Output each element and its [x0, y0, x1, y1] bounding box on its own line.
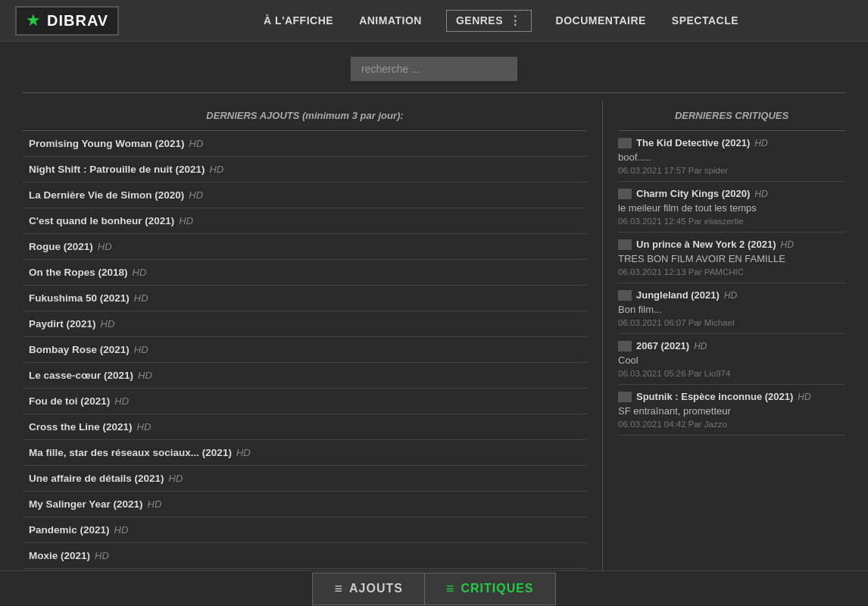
critique-hd-badge: HD [724, 290, 737, 301]
movie-title: Une affaire de détails (2021) [29, 473, 164, 484]
critique-meta: 06.03.2021 06:07 Par Michael [618, 318, 845, 327]
critique-film-title[interactable]: Charm City Kings (2020) [636, 188, 750, 199]
list-item[interactable]: Cross the Line (2021)HD [23, 414, 587, 440]
movie-title: Fukushima 50 (2021) [29, 292, 130, 304]
movie-hd-badge: HD [189, 138, 204, 149]
critique-meta: 06.03.2021 04:42 Par Jazzo [618, 420, 845, 429]
critiques-label: CRITIQUES [461, 582, 533, 595]
critiques-button[interactable]: ≡ CRITIQUES [424, 573, 556, 605]
list-item[interactable]: Le casse-cœur (2021)HD [23, 363, 587, 389]
critique-thumbnail [618, 341, 632, 351]
list-item[interactable]: Rogue (2021)HD [23, 234, 587, 260]
critique-title-row: Charm City Kings (2020) HD [618, 188, 845, 199]
ajouts-button[interactable]: ≡ AJOUTS [312, 573, 424, 605]
list-item[interactable]: Pandemic (2021)HD [23, 517, 587, 543]
critique-comment: SF entraînant, prometteur [618, 405, 845, 417]
list-item[interactable]: Moxie (2021)HD [23, 543, 587, 569]
movie-title: Fou de toi (2021) [29, 395, 110, 407]
movie-title: C'est quand le bonheur (2021) [29, 215, 174, 226]
critique-item: Charm City Kings (2020) HD le meileur fi… [618, 182, 845, 233]
movie-hd-badge: HD [133, 267, 147, 278]
list-item[interactable]: Paydirt (2021)HD [23, 311, 587, 337]
list-icon-critiques: ≡ [446, 581, 455, 597]
critique-thumbnail [618, 392, 632, 402]
critique-meta: 06.03.2021 05:26 Par Lio974 [618, 369, 845, 378]
critique-hd-badge: HD [754, 189, 767, 199]
critique-hd-badge: HD [694, 341, 707, 351]
right-column-header: DERNIERES CRITIQUES [618, 101, 845, 131]
movie-hd-badge: HD [95, 550, 109, 561]
list-item[interactable]: C'est quand le bonheur (2021)HD [23, 208, 587, 234]
search-input[interactable] [351, 57, 517, 81]
left-column: DERNIERS AJOUTS (minimum 3 par jour): Pr… [23, 101, 603, 595]
movie-hd-badge: HD [137, 421, 151, 433]
critique-thumbnail [618, 239, 632, 250]
list-item[interactable]: Fou de toi (2021)HD [23, 389, 587, 414]
main-content: DERNIERS AJOUTS (minimum 3 par jour): Pr… [0, 101, 868, 595]
list-item[interactable]: Bombay Rose (2021)HD [23, 337, 587, 363]
nav: À L'AFFICHE ANIMATION GENRES ⋮ DOCUMENTA… [149, 10, 853, 32]
movie-hd-badge: HD [236, 447, 251, 458]
search-bar [0, 42, 868, 92]
critique-hd-badge: HD [798, 392, 810, 402]
movies-list: Promising Young Woman (2021)HDNight Shif… [23, 131, 587, 595]
movie-hd-badge: HD [134, 344, 148, 355]
movie-title: Bombay Rose (2021) [29, 344, 130, 355]
critique-title-row: Un prince à New York 2 (2021) HD [618, 239, 845, 250]
critique-item: Sputnik : Espèce inconnue (2021) HD SF e… [618, 385, 845, 436]
movie-title: Le casse-cœur (2021) [29, 370, 133, 381]
nav-affiche[interactable]: À L'AFFICHE [262, 11, 335, 30]
bottom-bar: ≡ AJOUTS ≡ CRITIQUES [0, 570, 868, 606]
nav-animation[interactable]: ANIMATION [358, 11, 423, 30]
critiques-list: The Kid Detective (2021) HD boof..... 06… [618, 131, 845, 436]
critique-item: Un prince à New York 2 (2021) HD TRES BO… [618, 233, 845, 283]
movie-title: Moxie (2021) [29, 550, 90, 561]
movie-title: Paydirt (2021) [29, 318, 96, 330]
header: ★ DIBRAV À L'AFFICHE ANIMATION GENRES ⋮ … [0, 0, 868, 42]
movie-hd-badge: HD [114, 395, 129, 407]
list-item[interactable]: Night Shift : Patrouille de nuit (2021)H… [23, 157, 587, 183]
critique-item: 2067 (2021) HD Cool 06.03.2021 05:26 Par… [618, 334, 845, 385]
movie-hd-badge: HD [101, 318, 115, 330]
right-column: DERNIERES CRITIQUES The Kid Detective (2… [603, 101, 845, 595]
divider [23, 92, 845, 93]
list-item[interactable]: Une affaire de détails (2021)HD [23, 466, 587, 492]
critique-hd-badge: HD [780, 239, 793, 250]
critique-comment: le meileur film de tout les temps [618, 202, 845, 214]
list-item[interactable]: Ma fille, star des réseaux sociaux... (2… [23, 440, 587, 466]
nav-spectacle[interactable]: SPECTACLE [670, 11, 740, 30]
movie-hd-badge: HD [189, 189, 203, 201]
movie-hd-badge: HD [134, 292, 148, 304]
critique-meta: 06.03.2021 12:13 Par PAMCHIC [618, 267, 845, 276]
critique-film-title[interactable]: Jungleland (2021) [636, 289, 720, 301]
critique-title-row: Sputnik : Espèce inconnue (2021) HD [618, 391, 845, 402]
logo-text: DIBRAV [47, 12, 108, 30]
ajouts-label: AJOUTS [349, 582, 403, 595]
list-item[interactable]: La Dernière Vie de Simon (2020)HD [23, 183, 587, 208]
critique-film-title[interactable]: Un prince à New York 2 (2021) [636, 239, 776, 250]
movie-hd-badge: HD [148, 498, 162, 510]
movie-hd-badge: HD [179, 215, 193, 226]
list-item[interactable]: Fukushima 50 (2021)HD [23, 286, 587, 311]
critique-film-title[interactable]: The Kid Detective (2021) [636, 137, 750, 148]
critique-meta: 06.03.2021 17:57 Par spider [618, 166, 845, 175]
critique-item: Jungleland (2021) HD Bon film... 06.03.2… [618, 283, 845, 334]
critique-film-title[interactable]: Sputnik : Espèce inconnue (2021) [636, 391, 793, 402]
logo-block[interactable]: ★ DIBRAV [15, 6, 119, 36]
movie-hd-badge: HD [138, 370, 152, 381]
critique-hd-badge: HD [754, 138, 767, 148]
left-column-header: DERNIERS AJOUTS (minimum 3 par jour): [23, 101, 587, 131]
movie-title: Pandemic (2021) [29, 524, 110, 536]
movie-title: Rogue (2021) [29, 241, 93, 252]
list-item[interactable]: My Salinger Year (2021)HD [23, 492, 587, 517]
movie-title: La Dernière Vie de Simon (2020) [29, 189, 184, 201]
movie-title: On the Ropes (2018) [29, 267, 128, 278]
critique-film-title[interactable]: 2067 (2021) [636, 340, 689, 351]
list-item[interactable]: Promising Young Woman (2021)HD [23, 131, 587, 157]
movie-hd-badge: HD [210, 164, 224, 175]
movie-hd-badge: HD [169, 473, 183, 484]
nav-documentaire[interactable]: DOCUMENTAIRE [554, 11, 648, 30]
nav-genres[interactable]: GENRES ⋮ [446, 10, 532, 32]
movie-title: Night Shift : Patrouille de nuit (2021) [29, 164, 205, 175]
list-item[interactable]: On the Ropes (2018)HD [23, 260, 587, 286]
